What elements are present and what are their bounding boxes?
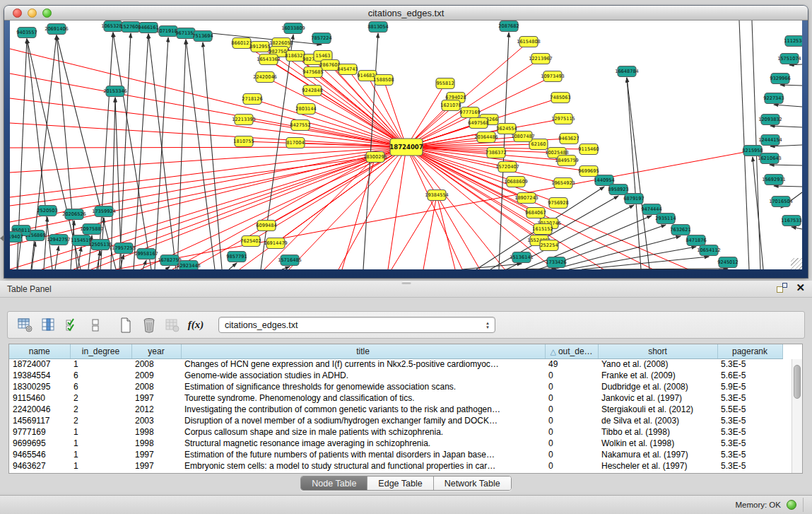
table-cell[interactable]: 5.9E-5 [717, 381, 782, 392]
table-cell[interactable]: Yano et al. (2008) [598, 358, 717, 370]
column-header-out_de[interactable]: △out_de… [545, 344, 598, 358]
graph-node[interactable]: 20153346 [103, 86, 127, 97]
table-cell[interactable]: 1 [70, 449, 131, 460]
table-cell[interactable]: Embryonic stem cells: a model to study s… [181, 460, 545, 472]
graph-node[interactable]: 12923448 [177, 261, 201, 270]
graph-node[interactable]: 1167533 [781, 216, 801, 226]
table-row[interactable]: 1830029562008Estimation of significance … [9, 381, 782, 392]
graph-node[interactable]: 9329966 [770, 74, 790, 84]
graph-node[interactable]: 12975115 [551, 114, 575, 124]
table-cell[interactable]: 19384554 [9, 370, 70, 381]
table-row[interactable]: 977716911998Corpus callosum shape and si… [9, 426, 782, 438]
table-cell[interactable]: 0 [545, 404, 598, 415]
graph-node[interactable]: 18495759 [555, 156, 579, 166]
table-cell[interactable]: 1997 [131, 460, 181, 472]
table-cell[interactable]: 6 [70, 381, 131, 392]
table-cell[interactable]: Dudbridge et al. (2008) [598, 381, 717, 392]
column-header-in_degree[interactable]: in_degree [70, 344, 131, 358]
table-row[interactable]: 969969511998Structural magnetic resonanc… [9, 438, 782, 449]
graph-node[interactable]: 18300295 [363, 152, 387, 163]
graph-node[interactable]: 9777169 [459, 107, 480, 118]
graph-node[interactable]: 15716485 [278, 255, 302, 266]
table-row[interactable]: 946362711997Embryonic stem cells: a mode… [9, 460, 782, 472]
graph-node[interactable]: 9684067 [525, 208, 546, 218]
table-cell[interactable]: 1 [70, 358, 131, 370]
graph-node[interactable]: 9245012 [717, 257, 738, 268]
table-cell[interactable]: Investigating the contribution of common… [181, 404, 545, 415]
table-cell[interactable]: 5.5E-5 [717, 404, 782, 415]
graph-node[interactable]: 2087682 [498, 21, 519, 32]
table-cell[interactable]: 2009 [131, 370, 181, 381]
graph-node[interactable]: 7857224 [311, 33, 331, 44]
graph-node[interactable]: 8660123 [231, 38, 252, 49]
graph-node[interactable]: 16914479 [264, 238, 288, 249]
tab-node-table[interactable]: Node Table [301, 477, 367, 490]
splitter-handle[interactable] [401, 281, 411, 284]
table-row[interactable]: 2242004622012Investigating the contribut… [9, 404, 782, 415]
graph-node[interactable]: 8958923 [608, 185, 628, 195]
graph-hub-node[interactable]: 18724007 [389, 139, 423, 156]
graph-node[interactable]: 7485063 [550, 93, 570, 103]
graph-node[interactable]: 8912955 [249, 42, 270, 52]
table-cell[interactable]: 9463627 [9, 460, 70, 472]
table-cell[interactable]: 5.3E-5 [717, 438, 782, 449]
table-cell[interactable]: 5.6E-5 [717, 370, 782, 381]
graph-node[interactable]: 7625402 [240, 236, 261, 247]
graph-node[interactable]: 16648784 [615, 66, 639, 77]
graph-node[interactable]: 8813054 [367, 22, 388, 33]
graph-node[interactable]: 12505135 [88, 240, 112, 250]
graph-node[interactable]: 955812 [436, 78, 454, 89]
graph-node[interactable]: 12942757 [47, 235, 71, 245]
table-cell[interactable]: Corpus callosum shape and size in male p… [181, 426, 545, 438]
graph-node[interactable]: 1733426 [546, 257, 566, 268]
select-columns-button[interactable] [38, 315, 59, 335]
table-cell[interactable]: Estimation of significance thresholds fo… [181, 381, 545, 392]
graph-node[interactable]: 2520503 [37, 206, 57, 216]
graph-node[interactable]: 17359924 [92, 206, 116, 217]
graph-node[interactable]: 19654923 [551, 178, 575, 189]
graph-node[interactable]: 8454743 [337, 64, 358, 75]
table-cell[interactable]: 0 [545, 392, 598, 404]
table-cell[interactable]: Disruption of a novel member of a sodium… [181, 415, 545, 426]
table-cell[interactable]: 2008 [131, 381, 181, 392]
table-cell[interactable]: 9777169 [9, 426, 70, 438]
graph-node[interactable]: 20364486 [474, 132, 498, 143]
table-cell[interactable]: 0 [545, 460, 598, 472]
table-cell[interactable]: Genome-wide association studies in ADHD. [181, 370, 545, 381]
table-cell[interactable]: 0 [545, 415, 598, 426]
select-all-button[interactable] [61, 315, 83, 335]
table-row[interactable]: 911546021997Tourette syndrome. Phenomeno… [9, 392, 782, 404]
graph-node[interactable]: 17016504 [769, 197, 793, 207]
column-header-pagerank[interactable]: pagerank [717, 344, 782, 358]
table-cell[interactable]: Wolkin et al. (1998) [598, 438, 717, 449]
table-row[interactable]: 1938455462009Genome-wide association stu… [9, 370, 782, 381]
tab-network-table[interactable]: Network Table [434, 477, 511, 490]
graph-node[interactable]: 18907243 [514, 193, 539, 204]
table-cell[interactable]: 5.3E-5 [717, 358, 782, 370]
table-row[interactable]: 1456911722003Disruption of a novel membe… [9, 415, 782, 426]
graph-node[interactable]: 2803144 [295, 104, 316, 115]
memory-status-button[interactable] [787, 500, 796, 510]
network-canvas[interactable]: 1872400794035572069140610653287152760294… [10, 21, 802, 269]
graph-node[interactable]: 15720407 [495, 162, 519, 173]
graph-node[interactable]: 6497568 [468, 118, 488, 129]
graph-node[interactable]: 20206526 [62, 209, 86, 220]
scrollbar-thumb[interactable] [794, 365, 801, 399]
table-row[interactable]: 1872400712008Changes of HCN gene express… [9, 358, 782, 370]
graph-node[interactable]: 10654112 [697, 245, 721, 256]
graph-node[interactable]: 7632621 [670, 225, 690, 235]
graph-node[interactable]: 2718126 [242, 94, 262, 105]
table-cell[interactable]: 22420046 [9, 404, 70, 415]
column-header-year[interactable]: year [131, 344, 181, 358]
graph-node[interactable]: 1112534 [784, 36, 802, 47]
graph-node[interactable]: 9699695 [578, 166, 599, 177]
column-header-short[interactable]: short [598, 344, 717, 358]
table-cell[interactable]: 5.3E-5 [717, 415, 782, 426]
graph-node[interactable]: 7513694 [192, 31, 213, 42]
graph-node[interactable]: 6879197 [623, 194, 644, 204]
table-cell[interactable]: Tibbo et al. (1998) [598, 426, 717, 438]
table-cell[interactable]: Nakamura et al. (1997) [598, 449, 717, 460]
table-cell[interactable]: Jankovic et al. (1997) [598, 392, 717, 404]
table-cell[interactable]: 14569117 [9, 415, 70, 426]
panel-collapse-arrow-icon[interactable] [0, 235, 4, 242]
